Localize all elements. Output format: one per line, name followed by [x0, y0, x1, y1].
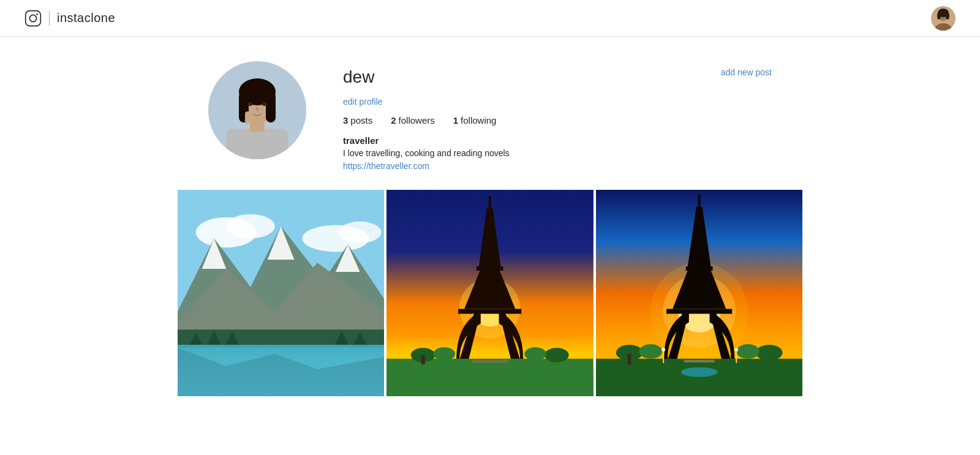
- svg-rect-62: [666, 309, 732, 314]
- svg-point-2: [36, 13, 38, 15]
- posts-label: posts: [350, 115, 372, 126]
- svg-rect-15: [266, 92, 276, 122]
- svg-point-7: [937, 12, 941, 20]
- posts-grid: [153, 190, 827, 396]
- profile-info: dew edit profile 3 posts 2 followers 1 f…: [343, 61, 772, 171]
- svg-rect-75: [663, 351, 664, 363]
- profile-bio: I love travelling, cooking and reading n…: [343, 148, 772, 158]
- following-label: following: [461, 115, 496, 126]
- edit-profile-link[interactable]: edit profile: [343, 97, 772, 107]
- svg-point-55: [525, 347, 547, 361]
- post-item[interactable]: [386, 190, 593, 396]
- profile-avatar: [208, 61, 306, 159]
- svg-point-18: [256, 107, 258, 111]
- followers-stat: 2 followers: [391, 115, 435, 126]
- header-left: instaclone: [24, 10, 115, 27]
- svg-rect-49: [386, 359, 593, 397]
- svg-rect-52: [421, 355, 425, 364]
- svg-point-54: [545, 348, 569, 363]
- svg-point-24: [339, 222, 381, 244]
- svg-rect-67: [596, 359, 802, 397]
- following-stat: 1 following: [453, 115, 497, 126]
- followers-label: followers: [399, 115, 435, 126]
- following-count: 1: [453, 115, 458, 126]
- profile-section: dew edit profile 3 posts 2 followers 1 f…: [184, 61, 796, 171]
- svg-point-17: [262, 102, 267, 106]
- svg-point-16: [247, 102, 252, 106]
- instagram-icon: [24, 10, 42, 27]
- svg-rect-0: [26, 10, 41, 26]
- header-divider: [49, 11, 50, 26]
- app-title: instaclone: [57, 11, 115, 25]
- svg-rect-10: [227, 129, 288, 159]
- svg-point-8: [946, 12, 949, 20]
- profile-username: dew: [343, 67, 772, 87]
- svg-rect-48: [489, 196, 491, 209]
- posts-stat: 3 posts: [343, 115, 372, 126]
- svg-point-72: [639, 344, 662, 359]
- svg-point-74: [736, 344, 760, 359]
- svg-rect-66: [698, 195, 700, 208]
- svg-point-53: [434, 347, 456, 361]
- followers-count: 2: [391, 115, 396, 126]
- svg-rect-19: [245, 111, 250, 124]
- profile-display-name: traveller: [343, 135, 772, 146]
- post-item[interactable]: [596, 190, 802, 396]
- svg-rect-46: [477, 266, 503, 271]
- add-new-post-button[interactable]: add new post: [721, 67, 772, 77]
- svg-point-73: [756, 345, 783, 361]
- header-user-avatar[interactable]: [931, 6, 956, 31]
- svg-point-22: [226, 214, 274, 239]
- profile-website-link[interactable]: https://thetraveller.com: [343, 161, 429, 171]
- svg-rect-68: [684, 360, 715, 363]
- posts-count: 3: [343, 115, 348, 126]
- svg-point-76: [662, 348, 665, 352]
- post-item[interactable]: [178, 190, 384, 396]
- svg-point-69: [681, 367, 718, 377]
- svg-rect-77: [736, 351, 737, 363]
- header: instaclone: [0, 0, 980, 37]
- svg-point-1: [29, 15, 36, 21]
- profile-stats: 3 posts 2 followers 1 following: [343, 115, 772, 126]
- svg-rect-71: [627, 354, 631, 365]
- svg-point-78: [734, 348, 738, 352]
- svg-rect-50: [472, 360, 508, 363]
- svg-rect-44: [458, 309, 521, 314]
- svg-rect-64: [686, 266, 713, 271]
